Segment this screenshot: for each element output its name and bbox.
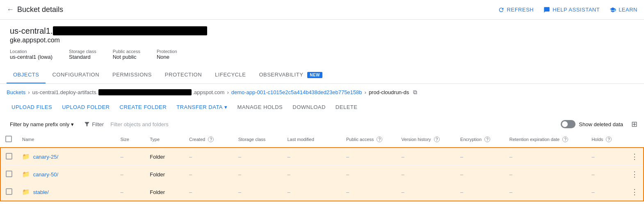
bucket-info: us-central1.██████████████████████████ g… (0, 20, 644, 63)
col-header-name: Name (17, 132, 115, 148)
version-help-icon[interactable]: ? (434, 136, 440, 142)
breadcrumb-buckets[interactable]: Buckets (7, 89, 25, 95)
meta-protection: Protection None (157, 49, 177, 60)
table-row: 📁 canary-50/ – Folder – – – – – – – – ⋮ (0, 166, 644, 183)
access-help-icon[interactable]: ? (377, 136, 382, 142)
filter-icon-button[interactable]: Filter (80, 119, 107, 129)
row-checkbox-2[interactable] (6, 188, 12, 195)
row-retention: – (505, 183, 587, 201)
page-title: Bucket details (17, 5, 63, 14)
delete-button[interactable]: DELETE (331, 101, 363, 113)
row-checkbox-1[interactable] (6, 171, 12, 177)
row-holds: – (587, 183, 626, 201)
tab-lifecycle[interactable]: LIFECYCLE (208, 67, 252, 83)
meta-location: Location us-central1 (Iowa) (10, 49, 53, 60)
col-header-storage: Storage class (233, 132, 283, 148)
bucket-name-prefix: us-central1. (10, 26, 53, 35)
toggle-knob (562, 121, 568, 127)
filter-right: Show deleted data ⊞ (561, 120, 637, 129)
density-button[interactable]: ⊞ (631, 120, 637, 129)
col-header-menu (626, 132, 644, 148)
row-storage-class: – (233, 166, 283, 183)
row-encryption: – (455, 166, 505, 183)
refresh-label: REFRESH (507, 7, 534, 13)
create-folder-button[interactable]: CREATE FOLDER (115, 101, 172, 113)
breadcrumb: Buckets › us-central1.deploy-artifacts.█… (0, 84, 644, 101)
row-storage-class: – (233, 183, 283, 201)
new-badge: NEW (307, 72, 322, 78)
help-assistant-button[interactable]: HELP ASSISTANT (544, 7, 600, 13)
meta-storage-class: Storage class Standard (69, 49, 96, 60)
copy-path-button[interactable]: ⧉ (413, 89, 417, 96)
col-header-type: Type (145, 132, 184, 148)
meta-public-access: Public access Not public (113, 49, 140, 60)
tab-objects[interactable]: OBJECTS (7, 67, 46, 83)
learn-button[interactable]: LEARN (610, 7, 637, 13)
table-header: Name Size Type Created ? Storage class L… (0, 132, 644, 148)
row-size: – (115, 166, 145, 183)
show-deleted-container: Show deleted data (561, 120, 623, 128)
created-help-icon[interactable]: ? (208, 136, 214, 142)
row-public-access: – (341, 166, 396, 183)
table-row: 📁 canary-25/ – Folder – – – – – – – – ⋮ (0, 148, 644, 166)
objects-table: Name Size Type Created ? Storage class L… (0, 132, 644, 201)
encrypt-help-icon[interactable]: ? (484, 136, 490, 142)
help-icon (544, 7, 550, 13)
top-bar-right: REFRESH HELP ASSISTANT LEARN (498, 7, 637, 13)
upload-files-button[interactable]: UPLOAD FILES (7, 101, 57, 113)
bucket-meta: Location us-central1 (Iowa) Storage clas… (10, 49, 634, 60)
tabs: OBJECTS CONFIGURATION PERMISSIONS PROTEC… (0, 67, 644, 84)
row-name-link[interactable]: canary-25/ (33, 154, 58, 160)
filter-input-placeholder[interactable]: Filter objects and folders (110, 121, 557, 127)
col-header-encryption: Encryption ? (455, 132, 505, 148)
row-created: – (184, 183, 233, 201)
tab-configuration[interactable]: CONFIGURATION (46, 67, 106, 83)
row-retention: – (505, 166, 587, 183)
upload-folder-button[interactable]: UPLOAD FOLDER (57, 101, 114, 113)
row-type: Folder (145, 148, 184, 166)
row-size: – (115, 148, 145, 166)
bucket-domain: gke.appspot.com (10, 37, 634, 44)
back-button[interactable]: ← (7, 5, 14, 14)
breadcrumb-current: prod-cloudrun-ds (369, 89, 409, 95)
top-bar: ← Bucket details REFRESH HELP ASSISTANT … (0, 0, 644, 20)
row-version-history: – (396, 183, 455, 201)
row-name-link[interactable]: canary-50/ (33, 171, 58, 178)
bucket-name-redacted: ██████████████████████████ (53, 26, 207, 35)
help-label: HELP ASSISTANT (553, 7, 600, 13)
row-public-access: – (341, 183, 396, 201)
row-menu-button[interactable]: ⋮ (631, 170, 638, 178)
table-body: 📁 canary-25/ – Folder – – – – – – – – ⋮ … (0, 148, 644, 201)
row-version-history: – (396, 148, 455, 166)
tab-protection[interactable]: PROTECTION (158, 67, 208, 83)
row-name-link[interactable]: stable/ (33, 189, 49, 195)
filter-prefix-dropdown[interactable]: Filter by name prefix only ▾ (7, 120, 77, 129)
tab-observability[interactable]: OBSERVABILITY NEW (252, 67, 329, 83)
folder-icon: 📁 (22, 188, 30, 195)
row-holds: – (587, 166, 626, 183)
breadcrumb-demo-app[interactable]: demo-app-001-c1015e2c5a414b438ded23eb775… (231, 89, 362, 95)
select-all-checkbox[interactable] (5, 136, 12, 142)
manage-holds-button[interactable]: MANAGE HOLDS (233, 101, 288, 113)
row-menu-button[interactable]: ⋮ (631, 153, 638, 161)
refresh-button[interactable]: REFRESH (498, 7, 534, 13)
row-last-modified: – (282, 166, 341, 183)
col-header-holds: Holds ? (587, 132, 626, 148)
retention-help-icon[interactable]: ? (562, 136, 568, 142)
transfer-data-button[interactable]: TRANSFER DATA ▾ (171, 101, 232, 113)
breadcrumb-bucket-name[interactable]: us-central1.deploy-artifacts.███████████… (32, 89, 225, 95)
row-version-history: – (396, 166, 455, 183)
meta-storage-class-value: Standard (69, 54, 91, 60)
folder-icon: 📁 (22, 153, 30, 160)
row-holds: – (587, 148, 626, 166)
tab-permissions[interactable]: PERMISSIONS (106, 67, 158, 83)
show-deleted-toggle[interactable] (561, 120, 575, 128)
row-checkbox-0[interactable] (6, 153, 12, 160)
table-row: 📁 stable/ – Folder – – – – – – – – ⋮ (0, 183, 644, 201)
download-button[interactable]: DOWNLOAD (288, 101, 331, 113)
holds-help-icon[interactable]: ? (606, 136, 612, 142)
meta-protection-label: Protection (157, 49, 177, 54)
row-type: Folder (145, 166, 184, 183)
row-menu-button[interactable]: ⋮ (631, 188, 638, 196)
row-public-access: – (341, 148, 396, 166)
